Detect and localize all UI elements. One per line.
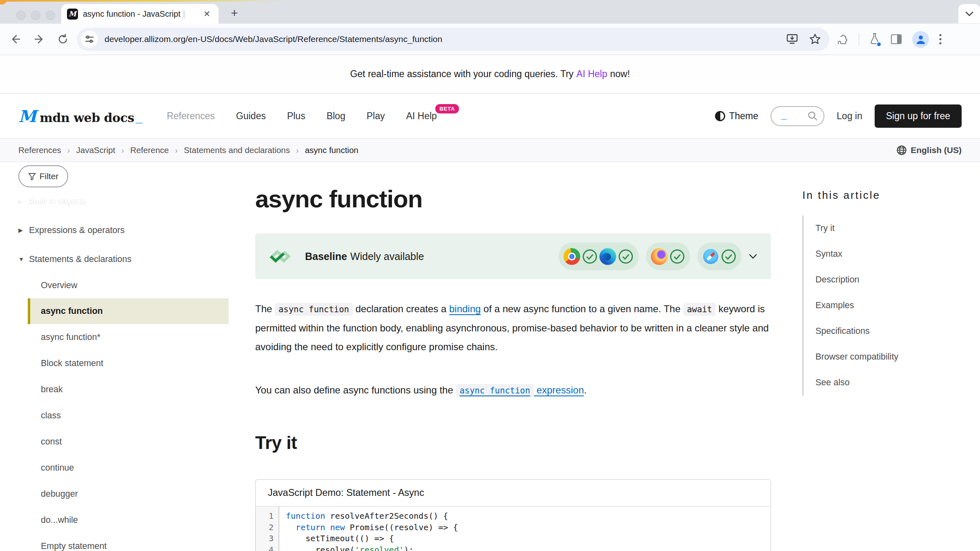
sidebar-item-async-function-star[interactable]: async function*: [18, 324, 229, 350]
crumb-references[interactable]: References: [18, 145, 61, 155]
language-switcher[interactable]: English (US): [896, 145, 962, 156]
theme-label: Theme: [729, 111, 758, 122]
search-input[interactable]: _: [771, 106, 824, 126]
install-icon[interactable]: [786, 33, 798, 45]
nav-references[interactable]: References: [167, 111, 215, 122]
nav-guides[interactable]: Guides: [236, 111, 266, 122]
toc-item-syntax[interactable]: Syntax: [815, 241, 949, 267]
nav-ai-help[interactable]: AI Help BETA: [406, 111, 437, 122]
person-icon: [915, 34, 926, 44]
extensions-puzzle-icon[interactable]: [837, 33, 849, 45]
sidebar-item-const[interactable]: const: [18, 429, 229, 455]
toc-item-specifications[interactable]: Specifications: [815, 318, 949, 344]
sidebar-item-debugger[interactable]: debugger: [18, 481, 229, 507]
code-editor[interactable]: 1function resolveAfter2Seconds() { 2 ret…: [256, 507, 771, 551]
code-line: 3 setTimeout(() => {: [282, 533, 771, 544]
new-tab-button[interactable]: +: [227, 6, 242, 20]
firefox-icon: [651, 248, 668, 265]
sidebar-item-block-statement[interactable]: Block statement: [18, 350, 229, 376]
url-bar[interactable]: developer.allizom.org/en-US/docs/Web/Jav…: [77, 28, 829, 51]
reload-button[interactable]: [54, 30, 72, 48]
back-button[interactable]: [7, 30, 24, 48]
toc-item-see-also[interactable]: See also: [815, 370, 949, 395]
crumb-separator: ›: [67, 146, 70, 155]
baseline-expand-chevron-icon[interactable]: [749, 254, 757, 259]
sidebar-item-break[interactable]: break: [18, 376, 229, 402]
page-content: Get real-time assistance with your codin…: [0, 55, 980, 551]
sidebar-item-continue[interactable]: continue: [18, 455, 229, 481]
bookmark-star-icon[interactable]: [809, 33, 821, 45]
expression-link-text: expression: [534, 384, 584, 395]
filter-label: Filter: [40, 171, 59, 181]
tab-close-icon[interactable]: ✕: [201, 9, 213, 19]
mdn-logo[interactable]: M mdn web docs _: [18, 107, 142, 126]
toc-item-try-it[interactable]: Try it: [815, 216, 949, 241]
code-async-function: async function: [275, 303, 353, 316]
crumb-reference[interactable]: Reference: [130, 145, 169, 155]
crumb-separator: ›: [296, 146, 299, 155]
language-label: English (US): [911, 145, 962, 155]
tab-title: async function - JavaScript: [83, 9, 180, 19]
binding-link[interactable]: binding: [449, 303, 481, 314]
breadcrumb-bar: References › JavaScript › Reference › St…: [0, 138, 980, 162]
tab-search-button[interactable]: [958, 4, 980, 23]
sidebar-item-overview[interactable]: Overview: [18, 272, 229, 298]
toolbar-actions: [837, 31, 942, 48]
minimize-window-button[interactable]: [31, 11, 40, 20]
zoom-window-button[interactable]: [46, 11, 55, 20]
chrome-icon: [564, 248, 580, 265]
close-window-button[interactable]: [16, 11, 26, 20]
intro-paragraph: The async function declaration creates a…: [255, 300, 771, 356]
crumb-current: async function: [305, 145, 359, 155]
toolbar-divider: [859, 33, 859, 45]
expression-paragraph: You can also define async functions usin…: [255, 381, 771, 400]
line-number: 1: [256, 511, 279, 522]
kebab-menu-icon[interactable]: [939, 33, 942, 45]
baseline-status: BaselineWidely available: [305, 251, 424, 262]
demo-title: JavaScript Demo: Statement - Async: [256, 480, 771, 507]
toc-item-browser-compatibility[interactable]: Browser compatibility: [815, 344, 949, 370]
sidebar-section-expressions[interactable]: ▶ Expressions & operators: [18, 217, 229, 243]
nav-play[interactable]: Play: [367, 111, 385, 122]
page-title: async function: [255, 185, 771, 213]
toc-item-description[interactable]: Description: [815, 267, 949, 293]
interactive-demo: JavaScript Demo: Statement - Async 1func…: [255, 479, 771, 551]
chrome-labs-button[interactable]: [869, 32, 880, 46]
promo-ai-help-link[interactable]: AI Help: [577, 69, 607, 80]
theme-icon: [715, 111, 725, 121]
check-circle-icon: [582, 249, 598, 264]
sidebar-item-async-function-active[interactable]: async function: [28, 298, 229, 324]
toc-item-examples[interactable]: Examples: [815, 293, 949, 318]
theme-switcher[interactable]: Theme: [715, 111, 758, 122]
code-await: await: [683, 303, 716, 316]
crumb-statements[interactable]: Statements and declarations: [184, 145, 290, 155]
crumb-javascript[interactable]: JavaScript: [76, 145, 116, 155]
profile-avatar[interactable]: [912, 31, 929, 48]
forward-button[interactable]: [30, 30, 48, 48]
baseline-status-text: Widely available: [350, 251, 424, 262]
url-text[interactable]: developer.allizom.org/en-US/docs/Web/Jav…: [105, 34, 442, 44]
sidebar-item-empty-statement[interactable]: Empty statement: [18, 533, 229, 551]
chevron-down-icon: ▼: [18, 256, 24, 262]
check-circle-icon: [618, 249, 634, 264]
sidebar-item-do-while[interactable]: do...while: [18, 507, 229, 533]
code-async-function-link: async function: [456, 384, 534, 397]
sidebar-filter-button[interactable]: Filter: [18, 165, 68, 187]
magnifier-icon: [807, 111, 818, 121]
signup-button[interactable]: Sign up for free: [875, 104, 962, 128]
nav-plus[interactable]: Plus: [287, 111, 305, 122]
sidebar-section-statements[interactable]: ▼ Statements & declarations: [18, 246, 229, 272]
mdn-logo-underscore: _: [136, 111, 143, 125]
sidebar-section-label: Statements & declarations: [29, 254, 131, 264]
chevron-right-icon: ▶: [18, 198, 24, 204]
toc-heading: In this article: [802, 189, 949, 202]
side-panel-icon[interactable]: [890, 33, 902, 45]
async-function-expression-link[interactable]: async function expression: [456, 384, 584, 395]
browser-window: M async function - JavaScript | ✕ + deve…: [0, 0, 980, 551]
login-link[interactable]: Log in: [837, 111, 862, 122]
browser-tab[interactable]: M async function - JavaScript | ✕: [61, 4, 218, 24]
site-settings-button[interactable]: [81, 31, 98, 48]
sidebar-item-built-in-objects[interactable]: ▶ Built-in objects: [18, 188, 229, 214]
sidebar-item-class[interactable]: class: [18, 402, 229, 429]
nav-blog[interactable]: Blog: [327, 111, 345, 122]
